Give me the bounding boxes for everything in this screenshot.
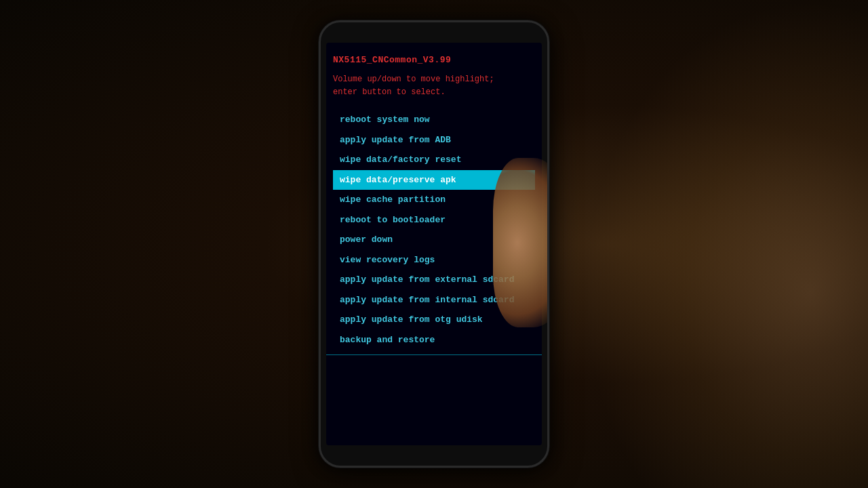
- bottom-separator: [326, 354, 542, 355]
- instructions-line1: Volume up/down to move highlight;: [333, 75, 494, 84]
- phone-wrapper: NX5115_CNCommon_V3.99 Volume up/down to …: [271, 14, 597, 474]
- hand-background: [583, 0, 868, 488]
- device-title: NX5115_CNCommon_V3.99: [333, 55, 535, 65]
- finger-overlay: [493, 158, 549, 327]
- menu-item-backup-restore[interactable]: backup and restore: [333, 330, 535, 350]
- instructions-line2: enter button to select.: [333, 87, 446, 97]
- menu-item-apply-adb[interactable]: apply update from ADB: [333, 130, 535, 150]
- phone-body: NX5115_CNCommon_V3.99 Volume up/down to …: [319, 20, 549, 468]
- instructions-text: Volume up/down to move highlight; enter …: [333, 73, 535, 99]
- menu-item-reboot-system[interactable]: reboot system now: [333, 110, 535, 130]
